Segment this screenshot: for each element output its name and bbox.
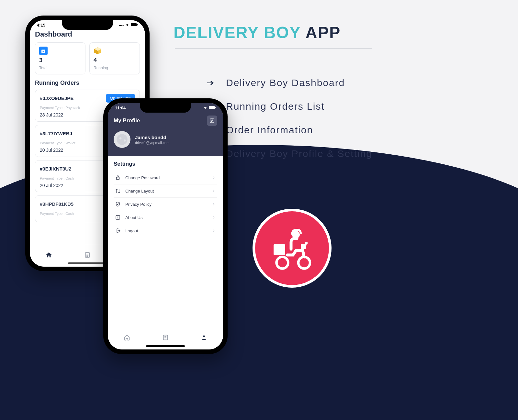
shield-icon [115,201,121,207]
status-icons: •••• [119,23,138,28]
settings-change-layout[interactable]: Change Layout [114,184,217,198]
wifi-icon [203,106,208,110]
order-date: 20 Jul 2022 [40,148,63,153]
feature-label: Running Orders List [226,100,325,113]
tab-home[interactable] [45,251,52,260]
headline-divider [175,49,372,49]
profile-title: My Profile [114,117,140,124]
feature-item: Order Information [207,124,372,136]
stat-running-label: Running [94,66,136,70]
box-icon [94,47,102,55]
user-email: driver1@yopmail.com [135,141,170,145]
chevron-right-icon [211,228,216,234]
svg-point-14 [298,257,310,269]
delivery-badge [253,209,332,288]
tab-orders[interactable] [162,334,169,342]
home-indicator [68,262,107,264]
tab-orders[interactable] [84,251,91,260]
signal-icon: •••• [119,23,124,27]
headline: DELIVERY BOY APP [174,23,341,42]
payment-type: Payment Type : Paystack [40,106,80,110]
svg-rect-6 [215,107,216,108]
running-orders-title: Running Orders [35,80,140,86]
order-id: #3HPDF81KD5 [40,201,73,207]
edit-profile-button[interactable] [207,116,217,126]
feature-label: Delivery Boy Dashboard [226,76,345,89]
order-id: #0EJIKNT3U2 [40,166,72,171]
stat-card-running[interactable]: 4 Running [89,42,140,74]
chevron-right-icon [211,201,216,207]
dashboard-title: Dashboard [35,30,140,39]
svg-point-12 [203,336,205,337]
wifi-icon [125,23,130,28]
status-time: 11:04 [115,105,126,110]
settings-item-label: Change Password [125,175,160,180]
order-id: #0JXO9UEJPE [40,95,73,101]
svg-rect-1 [137,24,138,26]
feature-item: Delivery Boy Profile & Setting [207,147,372,160]
order-date: 28 Jul 2022 [40,112,63,117]
phone-profile: 11:04 My Profile James bondd driver1@yop… [103,98,228,354]
avatar [114,131,130,148]
svg-rect-0 [131,23,137,26]
svg-rect-15 [274,244,285,255]
order-date: 20 Jul 2022 [40,183,63,188]
battery-icon [131,23,138,27]
payment-type: Payment Type : Wallet [40,141,75,145]
arrow-right-icon [207,79,214,87]
tab-home[interactable] [123,334,130,342]
settings-privacy-policy[interactable]: Privacy Policy [114,198,217,211]
phone-notch [62,20,113,30]
svg-point-13 [276,257,288,269]
feature-item: Running Orders List [207,100,372,113]
logout-icon [115,228,121,234]
stat-total-value: 3 [39,57,81,64]
settings-title: Settings [114,161,217,167]
feature-list: Delivery Boy Dashboard Running Orders Li… [207,76,372,160]
stat-card-total[interactable]: 3 Total [35,42,85,74]
payment-type: Payment Type : Cash [40,176,74,180]
delivery-scooter-icon [268,224,316,272]
settings-item-label: About Us [125,215,142,220]
payment-type: Payment Type : Cash [40,212,74,216]
chevron-right-icon [211,175,216,181]
tab-profile[interactable] [200,334,208,342]
settings-logout[interactable]: Logout [114,224,217,237]
layout-icon [115,188,121,194]
phone-notch [140,103,191,113]
settings-about-us[interactable]: About Us [114,211,217,224]
info-icon [115,215,121,220]
battery-icon [209,106,216,110]
lock-icon [115,175,121,181]
box-check-icon [39,47,48,55]
home-indicator [146,345,185,347]
stat-total-label: Total [39,66,81,70]
stat-running-value: 4 [94,57,136,64]
order-id: #3L77IYWEBJ [40,131,72,136]
settings-change-password[interactable]: Change Password [114,171,217,184]
svg-rect-17 [305,242,308,244]
chevron-right-icon [211,215,216,220]
feature-label: Order Information [226,124,313,136]
feature-item: Delivery Boy Dashboard [207,76,372,89]
svg-rect-7 [210,119,214,123]
settings-item-label: Privacy Policy [125,202,152,207]
status-icons [203,106,216,110]
chevron-right-icon [211,188,216,194]
settings-item-label: Change Layout [125,189,154,193]
headline-part2: APP [306,23,341,42]
svg-rect-5 [209,106,215,109]
settings-item-label: Logout [125,228,138,233]
svg-rect-9 [117,177,119,180]
headline-part1: DELIVERY BOY [174,23,301,42]
feature-label: Delivery Boy Profile & Setting [226,147,372,160]
user-name: James bondd [135,135,170,140]
status-time: 4:15 [37,23,45,28]
